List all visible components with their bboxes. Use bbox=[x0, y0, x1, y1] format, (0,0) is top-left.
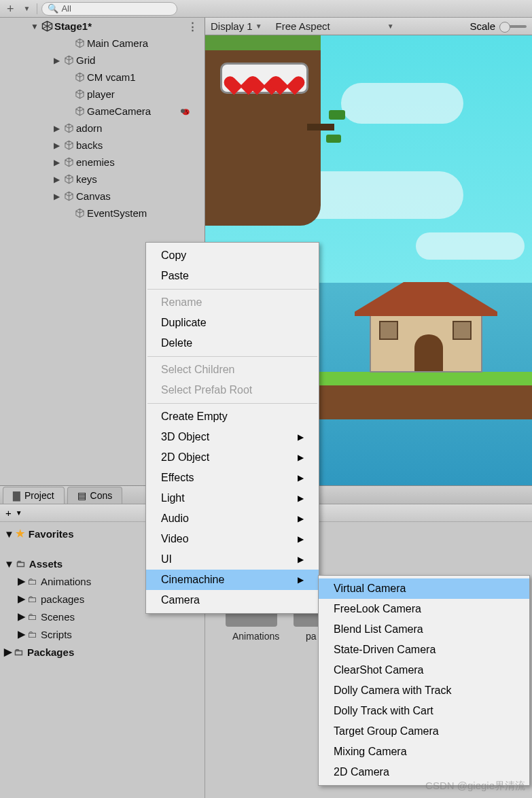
aspect-dropdown[interactable]: Free Aspect ▼ bbox=[276, 20, 394, 32]
menu-item-label: Video bbox=[161, 533, 189, 545]
display-dropdown[interactable]: Display 1▼ bbox=[211, 20, 262, 32]
menu-item-camera[interactable]: Camera bbox=[146, 590, 319, 610]
hierarchy-item[interactable]: ▶Canvas bbox=[0, 188, 205, 205]
submenu-item-virtual-camera[interactable]: Virtual Camera bbox=[319, 578, 529, 599]
create-dropdown-arrow[interactable]: ▼ bbox=[21, 3, 33, 14]
menu-item-video[interactable]: Video▶ bbox=[146, 529, 319, 549]
menu-item-effects[interactable]: Effects▶ bbox=[146, 468, 319, 488]
cinemachine-submenu[interactable]: Virtual CameraFreeLook CameraBlend List … bbox=[318, 575, 530, 786]
hierarchy-item-label: Main Camera bbox=[87, 37, 148, 49]
tab-project[interactable]: ▇ Project bbox=[3, 487, 65, 504]
menu-item-create-empty[interactable]: Create Empty bbox=[146, 406, 319, 427]
hierarchy-item[interactable]: ▶keys bbox=[0, 171, 205, 188]
chevron-right-icon[interactable]: ▶ bbox=[52, 56, 61, 65]
menu-item-label: Virtual Camera bbox=[334, 583, 406, 595]
menu-item-copy[interactable]: Copy bbox=[146, 245, 319, 266]
chevron-down-icon[interactable]: ▼ bbox=[4, 528, 14, 540]
menu-item-label: Copy bbox=[161, 249, 186, 262]
scene-row[interactable]: ▼ Stage1* ⋮ bbox=[0, 18, 205, 35]
menu-item-label: Blend List Camera bbox=[334, 623, 423, 636]
menu-item-rename: Rename bbox=[146, 292, 319, 313]
hierarchy-item[interactable]: ▶player bbox=[0, 86, 205, 103]
chevron-right-icon[interactable]: ▶ bbox=[52, 192, 61, 201]
heart-icon bbox=[277, 69, 298, 88]
chevron-down-icon[interactable]: ▼ bbox=[30, 22, 39, 31]
hierarchy-item-label: keys bbox=[76, 173, 97, 185]
folder-icon: 🗀 bbox=[16, 558, 25, 569]
menu-item-label: Cinemachine bbox=[161, 574, 224, 586]
chevron-down-icon: ▼ bbox=[387, 22, 394, 30]
menu-item-delete[interactable]: Delete bbox=[146, 333, 319, 353]
menu-item-duplicate[interactable]: Duplicate bbox=[146, 313, 319, 333]
menu-separator bbox=[147, 289, 317, 290]
create-dropdown-button[interactable]: + bbox=[4, 3, 17, 14]
chevron-right-icon[interactable]: ▶ bbox=[52, 158, 61, 167]
hierarchy-item[interactable]: ▶Main Camera bbox=[0, 35, 205, 52]
game-house bbox=[355, 272, 497, 372]
chevron-right-icon[interactable]: ▶ bbox=[4, 646, 12, 658]
scale-slider[interactable] bbox=[499, 25, 527, 28]
submenu-item-dolly-camera-with-track[interactable]: Dolly Camera with Track bbox=[319, 680, 529, 701]
tab-console[interactable]: ▤ Cons bbox=[67, 487, 123, 504]
chevron-right-icon: ▶ bbox=[298, 473, 304, 483]
menu-item-label: Duplicate bbox=[161, 317, 207, 329]
project-folder-label: packages bbox=[41, 593, 84, 605]
menu-item-3d-object[interactable]: 3D Object▶ bbox=[146, 427, 319, 447]
menu-item-2d-object[interactable]: 2D Object▶ bbox=[146, 447, 319, 468]
project-folder-label: Scenes bbox=[41, 611, 75, 623]
submenu-item-blend-list-camera[interactable]: Blend List Camera bbox=[319, 619, 529, 640]
menu-item-cinemachine[interactable]: Cinemachine▶ bbox=[146, 570, 319, 590]
submenu-item-mixing-camera[interactable]: Mixing Camera bbox=[319, 742, 529, 762]
hierarchy-search[interactable]: 🔍 All bbox=[41, 2, 177, 16]
chevron-right-icon[interactable]: ▶ bbox=[52, 124, 61, 133]
scale-control[interactable]: Scale bbox=[469, 20, 527, 32]
menu-item-label: Audio bbox=[161, 513, 189, 525]
submenu-item-target-group-camera[interactable]: Target Group Camera bbox=[319, 721, 529, 742]
menu-item-label: 2D Camera bbox=[334, 766, 389, 778]
project-folder-row[interactable]: ▶🗀Scripts bbox=[0, 625, 205, 643]
hierarchy-item[interactable]: ▶adorn bbox=[0, 120, 205, 137]
menu-item-audio[interactable]: Audio▶ bbox=[146, 508, 319, 529]
menu-item-paste[interactable]: Paste bbox=[146, 266, 319, 286]
chevron-down-icon[interactable]: ▼ bbox=[4, 558, 14, 570]
gameview-toolbar: Display 1▼ Free Aspect ▼ Scale bbox=[205, 18, 532, 35]
create-dropdown-button[interactable]: + bbox=[5, 507, 12, 519]
hierarchy-item[interactable]: ▶backs bbox=[0, 137, 205, 154]
hierarchy-item-label: enemies bbox=[76, 156, 115, 168]
submenu-item-clearshot-camera[interactable]: ClearShot Camera bbox=[319, 660, 529, 680]
hierarchy-item[interactable]: ▶Grid bbox=[0, 52, 205, 69]
hierarchy-item-label: Canvas bbox=[76, 190, 111, 202]
gameobject-icon bbox=[73, 207, 86, 220]
menu-item-label: 2D Object bbox=[161, 451, 209, 464]
hierarchy-item-label: player bbox=[87, 88, 115, 100]
menu-item-label: Light bbox=[161, 492, 185, 504]
folder-icon: 🗀 bbox=[27, 576, 37, 587]
submenu-item-dolly-track-with-cart[interactable]: Dolly Track with Cart bbox=[319, 701, 529, 721]
submenu-item-state-driven-camera[interactable]: State-Driven Camera bbox=[319, 640, 529, 660]
packages-row[interactable]: ▶ 🗀 Packages bbox=[0, 643, 205, 661]
menu-item-label: 3D Object bbox=[161, 431, 209, 443]
folder-icon: ▇ bbox=[13, 490, 20, 501]
chevron-right-icon[interactable]: ▶ bbox=[52, 141, 61, 150]
chevron-right-icon[interactable]: ▶ bbox=[52, 175, 61, 184]
submenu-item-freelook-camera[interactable]: FreeLook Camera bbox=[319, 599, 529, 619]
menu-item-label: Rename bbox=[161, 296, 202, 309]
svg-point-6 bbox=[185, 110, 187, 111]
hierarchy-item[interactable]: ▶CM vcam1 bbox=[0, 69, 205, 86]
hierarchy-context-menu[interactable]: CopyPasteRenameDuplicateDeleteSelect Chi… bbox=[145, 242, 319, 614]
create-dropdown-arrow[interactable]: ▼ bbox=[16, 509, 22, 517]
hierarchy-item[interactable]: ▶EventSystem bbox=[0, 205, 205, 222]
folder-icon: 🗀 bbox=[14, 646, 23, 657]
hierarchy-item[interactable]: ▶GameCamera bbox=[0, 103, 205, 120]
chevron-right-icon[interactable]: ▶ bbox=[18, 593, 26, 605]
menu-item-light[interactable]: Light▶ bbox=[146, 488, 319, 508]
scene-name: Stage1* bbox=[54, 20, 92, 32]
project-folder-label: Animations bbox=[41, 576, 91, 587]
hierarchy-item-label: backs bbox=[76, 139, 103, 151]
svg-point-7 bbox=[187, 112, 188, 114]
menu-item-ui[interactable]: UI▶ bbox=[146, 549, 319, 570]
hearts-hud bbox=[220, 63, 308, 94]
scene-menu-button[interactable]: ⋮ bbox=[188, 20, 198, 33]
hierarchy-item[interactable]: ▶enemies bbox=[0, 154, 205, 171]
menu-item-label: Select Children bbox=[161, 364, 235, 376]
